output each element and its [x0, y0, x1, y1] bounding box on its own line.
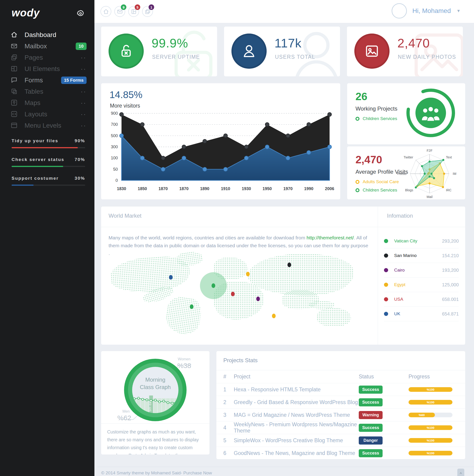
themeforest-link[interactable]: http://themeforest.net/ — [307, 235, 354, 240]
svg-text:Twitter: Twitter — [404, 155, 413, 159]
table-row[interactable]: 4WeeklyNews - Premium Wordpress News/Mag… — [216, 421, 465, 434]
progress-bar: %100 — [408, 438, 453, 443]
notification-badge: 1 — [149, 4, 154, 10]
table-row[interactable]: 6GoodNews - The News, Magazine and Blog … — [216, 447, 465, 459]
status-badge: Success — [359, 398, 383, 406]
table-row[interactable]: 1Hexa - Responsive HTML5 TemplateSuccess… — [216, 383, 465, 396]
working-projects-legend: Children Services — [355, 116, 397, 124]
legend-label: Children Services — [363, 187, 397, 193]
task-percent: 70% — [74, 157, 85, 162]
settings-gear-icon[interactable] — [76, 9, 85, 17]
legend-item: Children Services — [355, 116, 397, 121]
row-number: 4 — [216, 425, 234, 431]
working-projects-gauge — [402, 85, 460, 143]
stat-card-users-total: 117kUSERS TOTAL — [224, 27, 340, 76]
table-row[interactable]: 5SimpleWox - WordPress Creative Blog The… — [216, 434, 465, 447]
projects-stats-card: Projects Stats # Project Status Progress… — [216, 351, 465, 459]
stat-value: 117k — [275, 36, 301, 50]
sidebar-item-label: Dashboard — [25, 31, 56, 39]
row-number: 2 — [216, 399, 234, 406]
unlock-icon — [159, 27, 217, 76]
map-marker[interactable] — [256, 297, 260, 301]
sidebar-item-mailbox[interactable]: Mailbox10 — [0, 40, 94, 52]
ellipsis-icon: ·· — [81, 56, 87, 59]
country-dot-icon — [384, 312, 388, 316]
task-progressbar — [12, 185, 85, 186]
visitors-chart-card: 14.85% More visitors 9007005003001005001… — [101, 83, 340, 199]
stat-card-new-daily-photos: 2,470NEW DAILY PHOTOS — [347, 27, 463, 76]
progress-fill: %100 — [408, 438, 453, 443]
world-market-card: World Market Many maps of the world, wor… — [101, 206, 465, 345]
table-row[interactable]: 3MAG = Grid Magazine / News WordPress Th… — [216, 409, 465, 421]
progress-bar: %100 — [408, 400, 453, 405]
col-project: Project — [234, 374, 359, 380]
task-progress: Support costumer30% — [12, 176, 85, 186]
quick-home-button[interactable] — [101, 6, 111, 17]
user-menu[interactable]: Hi, Mohamed ▼ — [392, 3, 461, 18]
map-marker[interactable] — [211, 283, 215, 288]
svg-text:100: 100 — [111, 156, 118, 160]
sidebar-item-maps[interactable]: Maps·· — [0, 97, 94, 108]
world-market-title: World Market — [108, 213, 141, 219]
text: Many maps of the world, world regions, c… — [108, 235, 307, 240]
country-dot-icon — [384, 239, 388, 243]
svg-text:Feeds: Feeds — [397, 172, 406, 176]
chevron-down-icon: ▼ — [456, 9, 461, 13]
sidebar-item-label: Tables — [25, 88, 43, 95]
sidebar-badge: 15 Forms — [61, 77, 87, 84]
morning-donut-center: MorningClass Graph 5th day — [132, 367, 178, 413]
scroll-top-button[interactable]: ^ — [457, 469, 464, 476]
task-label: Check server status — [12, 157, 64, 162]
sidebar-item-ui-elements[interactable]: UI Elements·· — [0, 63, 94, 74]
quick-widgets-button[interactable]: 5 — [128, 6, 139, 17]
quick-icons: 951 — [101, 6, 153, 17]
user-greeting: Hi, Mohamed — [412, 7, 451, 15]
ellipsis-icon: ·· — [81, 124, 87, 127]
sidebar-item-dashboard[interactable]: Dashboard — [0, 29, 94, 40]
sidebar-item-layouts[interactable]: Layouts·· — [0, 108, 94, 120]
profile-visits-card: 2,470 Average Profile Visits Adults Soci… — [347, 146, 465, 199]
svg-text:500: 500 — [111, 134, 118, 138]
avatar[interactable] — [392, 3, 407, 18]
project-name: GoodNews - The News, Magazine and Blog T… — [234, 450, 359, 456]
working-projects-card: 26 Working Projects Children Services — [347, 83, 465, 144]
legend-ring-icon — [355, 188, 359, 192]
progress-fill: %60 — [408, 413, 435, 417]
table-header: # Project Status Progress — [216, 370, 465, 383]
sidebar-item-label: Maps — [25, 99, 40, 107]
progress-fill: %100 — [408, 387, 453, 392]
quick-copy-button[interactable]: 1 — [142, 6, 153, 17]
svg-text:0: 0 — [116, 178, 118, 183]
row-number: 5 — [216, 437, 234, 444]
svg-text:1890: 1890 — [200, 187, 210, 191]
info-row-cairo: Cairo193,200 — [384, 263, 459, 278]
status-badge: Warning — [359, 411, 383, 419]
information-title: Infomation — [387, 213, 413, 219]
sidebar-item-forms[interactable]: Forms15 Forms — [0, 74, 94, 86]
sidebar-item-pages[interactable]: Pages·· — [0, 52, 94, 63]
country-value: 154.210 — [442, 253, 459, 258]
task-label: Tidy up your files — [12, 138, 58, 143]
svg-text:Mail: Mail — [427, 195, 433, 199]
info-row-usa: USA658.001 — [384, 292, 459, 307]
sidebar-item-tables[interactable]: Tables·· — [0, 86, 94, 97]
profile-visits-value: 2,470 — [355, 153, 382, 166]
sidebar-item-menu-levels[interactable]: Menu Levels·· — [0, 120, 94, 131]
ellipsis-icon: ·· — [81, 90, 87, 93]
map-marker[interactable] — [272, 314, 276, 318]
sidebar-item-label: Menu Levels — [25, 122, 61, 129]
working-projects-value: 26 — [355, 90, 367, 103]
progress-fill: %100 — [408, 425, 453, 430]
table-row[interactable]: 2Greedly - Grid Based & Responsive WordP… — [216, 396, 465, 409]
visitors-area-chart: 9007005003001005001830185018701870189019… — [107, 111, 335, 194]
svg-text:Blogs: Blogs — [405, 188, 413, 192]
world-map — [108, 252, 372, 339]
photo-icon — [364, 43, 380, 59]
quick-mail-button[interactable]: 9 — [114, 6, 125, 17]
app-logo: wody — [12, 6, 40, 19]
svg-text:50: 50 — [113, 167, 118, 172]
svg-text:1910: 1910 — [221, 187, 230, 191]
info-row-egypt: Egypt125,000 — [384, 278, 459, 292]
progress-fill: %100 — [408, 400, 453, 405]
project-name: WeeklyNews - Premium Wordpress News/Maga… — [234, 421, 359, 434]
